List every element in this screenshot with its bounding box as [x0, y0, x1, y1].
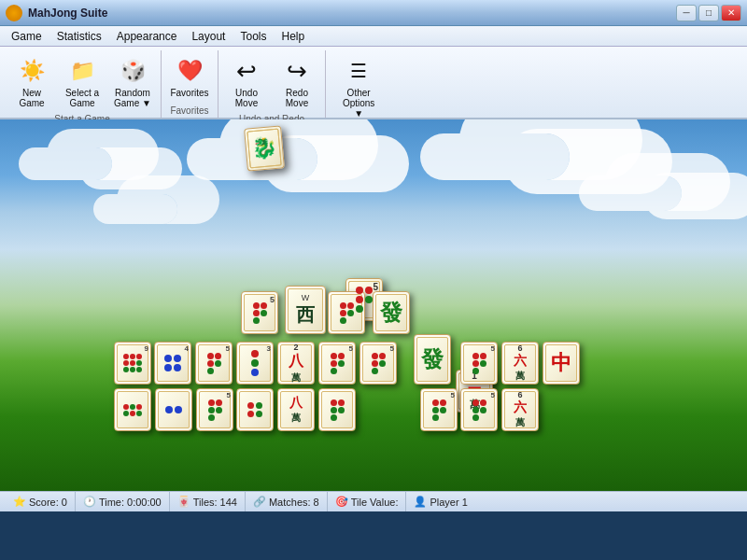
toolbar-group-undo: ↩ UndoMove ↪ RedoMove Undo and Redo — [218, 50, 326, 118]
score-label: Score: — [29, 497, 59, 508]
other-options-icon: ☰ — [344, 56, 374, 86]
menu-help[interactable]: Help — [274, 28, 312, 45]
tile-bot-4[interactable] — [236, 388, 274, 431]
matches-value: 8 — [314, 497, 319, 508]
score-icon: ⭐ — [13, 496, 26, 509]
tile-5dot-4[interactable]: 5 — [359, 342, 397, 385]
tiles-icon: 🀄 — [177, 496, 190, 509]
tile-5dot-front[interactable]: 5 — [195, 342, 233, 385]
app-icon — [6, 5, 22, 21]
favorites-label: Favorites — [170, 88, 208, 98]
tile-5dot-1[interactable]: 5 — [241, 291, 278, 334]
toolbar-btns-start: ☀️ NewGame 📁 Select aGame 🎲 RandomGame ▼ — [7, 50, 157, 112]
new-game-icon: ☀️ — [17, 56, 47, 86]
time-icon: 🕐 — [83, 496, 96, 509]
minimize-button[interactable]: ─ — [676, 5, 697, 21]
cloud-3 — [420, 133, 570, 180]
favorites-icon: ❤️ — [175, 56, 204, 86]
menu-layout[interactable]: Layout — [184, 28, 233, 45]
tile-bot-9[interactable]: 6 六 萬 — [501, 388, 539, 431]
time-label: Time: — [99, 497, 124, 508]
matches-label: Matches: — [269, 497, 311, 508]
tile-8man[interactable]: 2 八 萬 — [277, 342, 315, 385]
player-label: Player 1 — [430, 497, 467, 508]
app-title: MahJong Suite — [28, 7, 676, 20]
tile-4dot[interactable]: 4 — [154, 342, 191, 385]
status-player: 👤 Player 1 — [406, 492, 474, 511]
titlebar: MahJong Suite ─ □ ✕ — [0, 0, 747, 26]
tile-value-icon: 🎯 — [335, 496, 348, 509]
tile-bot-5[interactable]: 八 萬 — [277, 388, 315, 431]
time-value: 0:00:00 — [127, 497, 162, 508]
game-area: 🐉 5 1 一 萬 W 西 — [0, 119, 747, 491]
flying-tile-top[interactable]: 🐉 — [244, 125, 285, 171]
matches-icon: 🔗 — [253, 496, 266, 509]
tile-chun[interactable]: 中 — [543, 342, 580, 385]
undo-button[interactable]: ↩ UndoMove — [222, 52, 271, 112]
undo-icon: ↩ — [232, 56, 261, 86]
cloud-5 — [93, 194, 177, 224]
restore-button[interactable]: □ — [698, 5, 719, 21]
statusbar: ⭐ Score: 0 🕐 Time: 0:00:00 🀄 Tiles: 144 … — [0, 491, 747, 511]
other-options-button[interactable]: ☰ OtherOptions ▼ — [334, 52, 383, 122]
random-game-icon: 🎲 — [118, 56, 148, 86]
menu-game[interactable]: Game — [4, 28, 49, 45]
player-icon: 👤 — [414, 496, 427, 509]
score-value: 0 — [62, 497, 67, 508]
toolbar-group-start: ☀️ NewGame 📁 Select aGame 🎲 RandomGame ▼… — [4, 50, 162, 118]
tile-5dot-3[interactable]: 5 — [318, 342, 356, 385]
favorites-button[interactable]: ❤️ Favorites — [165, 52, 214, 102]
close-button[interactable]: ✕ — [721, 5, 741, 21]
tiles-value: 144 — [220, 497, 237, 508]
tile-bot-1[interactable] — [114, 388, 151, 431]
tile-9dot[interactable]: 9 — [114, 342, 151, 385]
status-time: 🕐 Time: 0:00:00 — [76, 492, 170, 511]
tile-bot-6[interactable] — [318, 388, 356, 431]
tile-6man[interactable]: 6 六 萬 — [501, 342, 539, 385]
tile-bot-2[interactable] — [155, 388, 192, 431]
redo-label: RedoMove — [286, 88, 308, 108]
status-matches: 🔗 Matches: 8 — [246, 492, 328, 511]
tile-3dot[interactable]: 3 — [236, 342, 274, 385]
undo-label: UndoMove — [235, 88, 258, 108]
cloud-4 — [579, 175, 682, 211]
favorites-group-label: Favorites — [170, 104, 208, 118]
new-game-button[interactable]: ☀️ NewGame — [7, 52, 56, 112]
redo-icon: ↪ — [282, 56, 312, 86]
toolbar-btns-options: ☰ OtherOptions ▼ — [334, 50, 383, 122]
menu-tools[interactable]: Tools — [233, 28, 274, 45]
random-game-label: RandomGame ▼ — [114, 88, 151, 108]
status-score: ⭐ Score: 0 — [6, 492, 76, 511]
new-game-label: NewGame — [19, 88, 44, 108]
status-tile-value: 🎯 Tile Value: — [328, 492, 407, 511]
tile-west[interactable]: W 西 — [285, 286, 326, 334]
menu-appearance[interactable]: Appearance — [109, 28, 185, 45]
menu-statistics[interactable]: Statistics — [49, 28, 109, 45]
toolbar-btns-undo: ↩ UndoMove ↪ RedoMove — [222, 50, 321, 112]
random-game-button[interactable]: 🎲 RandomGame ▼ — [108, 52, 157, 112]
tile-value-label: Tile Value: — [351, 497, 399, 508]
cloud-1 — [19, 147, 112, 180]
tile-bot-7[interactable]: 5 — [420, 388, 458, 431]
select-game-label: Select aGame — [65, 88, 99, 108]
select-game-icon: 📁 — [67, 56, 97, 86]
toolbar-group-options: ☰ OtherOptions ▼ Other Options — [326, 50, 391, 118]
toolbar-group-favorites: ❤️ Favorites Favorites — [162, 50, 218, 118]
tile-fa-2[interactable]: 發 — [414, 334, 451, 385]
select-game-button[interactable]: 📁 Select aGame — [58, 52, 106, 112]
redo-button[interactable]: ↪ RedoMove — [273, 52, 321, 112]
other-options-label: OtherOptions ▼ — [337, 88, 380, 119]
tiles-label: Tiles: — [193, 497, 218, 508]
window-controls: ─ □ ✕ — [676, 5, 741, 21]
tile-bot-3[interactable]: 5 — [196, 388, 233, 431]
menubar: Game Statistics Appearance Layout Tools … — [0, 26, 747, 47]
toolbar: ☀️ NewGame 📁 Select aGame 🎲 RandomGame ▼… — [0, 47, 747, 119]
status-tiles: 🀄 Tiles: 144 — [170, 492, 246, 511]
toolbar-btns-favorites: ❤️ Favorites — [165, 50, 214, 104]
tile-fa-1[interactable]: 發 — [373, 291, 410, 334]
